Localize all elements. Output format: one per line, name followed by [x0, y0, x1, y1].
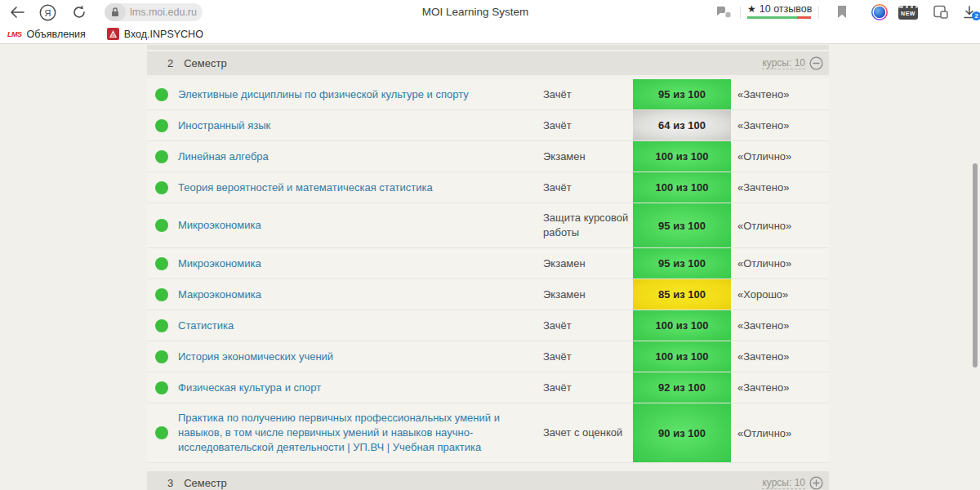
score-cell: 100 из 100 [633, 141, 731, 172]
table-row: Практика по получению первичных професси… [147, 403, 829, 463]
lock-icon[interactable] [105, 3, 126, 21]
course-link[interactable]: Теория вероятностей и математическая ста… [178, 173, 543, 203]
table-row: Линейная алгебра Экзамен 100 из 100 «Отл… [147, 141, 829, 172]
grade-text: «Отлично» [737, 257, 829, 270]
assessment-type: Зачёт [543, 373, 633, 403]
toolbar-separator [740, 7, 741, 19]
bookmark-label: Вход.INPSYCHO [124, 29, 203, 40]
assessment-type: Зачет с оценкой [543, 418, 633, 448]
table-row: История экономических учений Зачёт 100 и… [147, 341, 829, 372]
status-dot-icon [147, 426, 178, 439]
score-cell: 95 из 100 [633, 79, 731, 109]
address-bar[interactable]: lms.moi.edu.ru [105, 3, 203, 21]
status-dot-icon [147, 181, 178, 194]
grade-text: «Зачтено» [737, 350, 829, 363]
new-extension-icon[interactable]: NEW [898, 5, 918, 20]
course-link[interactable]: Статистика [178, 311, 543, 341]
bookmark-item-inpsycho[interactable]: Вход.INPSYCHO [107, 28, 203, 40]
semester-2-header: 2 Семестр курсы: 10 [147, 51, 829, 75]
status-dot-icon [147, 288, 178, 301]
status-dot-icon [147, 219, 178, 232]
score-cell: 85 из 100 [633, 279, 731, 310]
side-panel-icon[interactable] [932, 4, 950, 20]
score-cell: 100 из 100 [633, 172, 731, 203]
rating-bar [747, 16, 811, 19]
score-cell: 64 из 100 [633, 110, 731, 140]
assessment-type: Экзамен [543, 249, 633, 278]
reviews-widget[interactable]: ★ 10 отзывов [747, 3, 813, 19]
assessment-type: Зачёт [543, 311, 633, 341]
previous-section-edge [147, 45, 829, 50]
status-dot-icon [147, 119, 178, 132]
expand-icon[interactable] [809, 476, 823, 490]
course-link[interactable]: Микроэкономика [178, 249, 543, 278]
assessment-type: Экзамен [543, 280, 633, 310]
assessment-type: Защита курсовой работы [543, 203, 633, 247]
url-text[interactable]: lms.moi.edu.ru [130, 7, 197, 18]
table-row: Иностранный язык Зачёт 64 из 100 «Зачтен… [147, 110, 829, 141]
semester-number: 2 [167, 57, 173, 69]
assessment-type: Зачёт [543, 342, 633, 372]
collapse-icon[interactable] [809, 56, 823, 70]
score-cell: 100 из 100 [633, 310, 731, 341]
yandex-icon[interactable]: Я [38, 3, 56, 21]
assessment-type: Зачёт [543, 173, 633, 203]
course-link[interactable]: Микроэкономика [178, 211, 543, 240]
table-row: Макроэкономика Экзамен 85 из 100 «Хорошо… [147, 279, 829, 310]
course-link[interactable]: Практика по получению первичных професси… [178, 403, 543, 462]
assessment-type: Зачёт [543, 80, 633, 109]
assessment-type: Экзамен [543, 142, 633, 172]
back-icon[interactable] [8, 3, 26, 21]
lms-favicon-icon: LMS [7, 30, 22, 38]
courses-count-link[interactable]: курсы: 10 [762, 57, 805, 69]
grade-text: «Зачтено» [737, 88, 829, 100]
table-row: Теория вероятностей и математическая ста… [147, 172, 829, 203]
course-link[interactable]: Физическая культура и спорт [178, 373, 543, 403]
grade-text: «Отлично» [737, 427, 829, 439]
courses-count-link[interactable]: курсы: 10 [762, 477, 805, 489]
grade-text: «Зачтено» [737, 119, 829, 131]
course-link[interactable]: История экономических учений [178, 342, 543, 372]
grade-text: «Зачтено» [737, 381, 829, 394]
grade-text: «Отлично» [737, 220, 829, 232]
reviews-label: 10 отзывов [760, 3, 813, 15]
status-dot-icon [147, 150, 178, 163]
scrollbar-thumb[interactable] [973, 163, 978, 368]
course-link[interactable]: Элективные дисциплины по физической куль… [178, 80, 543, 109]
status-dot-icon [147, 350, 178, 363]
table-row: Элективные дисциплины по физической куль… [147, 79, 829, 110]
bookmark-label: Объявления [27, 29, 86, 40]
browser-toolbar: Я lms.moi.edu.ru MOI Learning System ★ 1… [0, 0, 980, 24]
table-row: Статистика Зачёт 100 из 100 «Зачтено» [147, 310, 829, 341]
score-cell: 95 из 100 [633, 248, 731, 278]
status-dot-icon [147, 381, 178, 394]
course-link[interactable]: Макроэкономика [178, 280, 543, 310]
svg-text:Я: Я [44, 7, 51, 17]
score-cell: 100 из 100 [633, 341, 731, 372]
semester-label: Семестр [184, 57, 226, 69]
score-cell: 92 из 100 [633, 372, 731, 403]
toolbar-separator [818, 7, 819, 19]
table-row: Микроэкономика Защита курсовой работы 95… [147, 203, 829, 248]
semester-number: 3 [167, 477, 173, 489]
extension-circle-icon[interactable] [871, 3, 889, 21]
bookmarks-bar: LMS Объявления Вход.INPSYCHO [0, 24, 980, 44]
browser-flags-icon[interactable] [715, 5, 732, 20]
score-cell: 95 из 100 [633, 203, 731, 247]
page-title: MOI Learning System [353, 6, 598, 18]
course-link[interactable]: Иностранный язык [178, 111, 543, 140]
bookmark-item-announcements[interactable]: LMS Объявления [7, 29, 86, 40]
inpsycho-favicon-icon [107, 28, 119, 40]
grade-text: «Зачтено» [737, 319, 829, 332]
assessment-type: Зачёт [543, 111, 633, 140]
grade-text: «Хорошо» [737, 288, 829, 301]
status-dot-icon [147, 257, 178, 270]
course-link[interactable]: Линейная алгебра [178, 142, 543, 172]
download-badge[interactable]: 2 [972, 11, 980, 20]
status-dot-icon [147, 88, 178, 101]
status-dot-icon [147, 319, 178, 332]
grade-text: «Отлично» [737, 150, 829, 163]
bookmark-flag-icon[interactable] [835, 5, 849, 20]
grades-rows: Элективные дисциплины по физической куль… [147, 79, 829, 463]
refresh-icon[interactable] [70, 3, 88, 21]
